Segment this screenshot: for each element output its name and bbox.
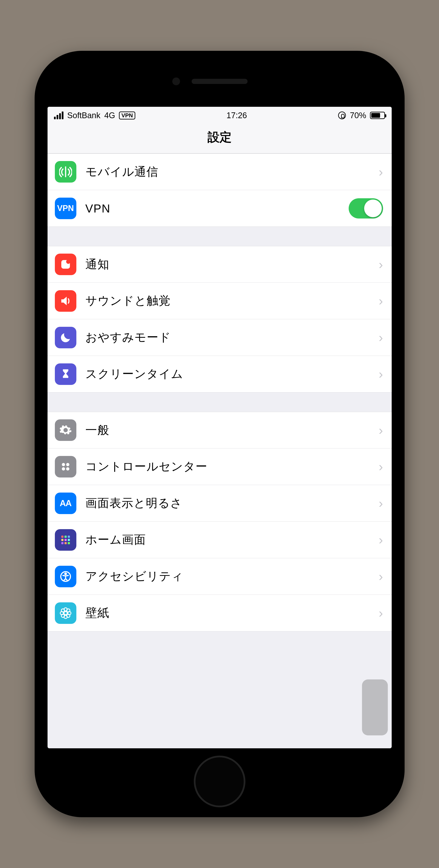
svg-rect-6 [61,536,63,538]
vpn-icon: VPN [55,197,76,219]
row-cellular-label: モバイル通信 [86,164,379,180]
chevron-right-icon: › [379,330,383,345]
gear-icon [55,420,76,441]
page-title: 設定 [47,124,392,154]
svg-rect-14 [68,542,70,544]
row-notifications[interactable]: 通知 › [47,246,392,283]
settings-scroll[interactable]: モバイル通信 › VPN VPN 通知 › [47,154,392,748]
svg-point-1 [66,259,70,264]
carrier-label: SoftBank [67,111,100,120]
svg-point-3 [66,467,69,470]
row-general-label: 一般 [86,423,379,438]
row-cellular[interactable]: モバイル通信 › [47,154,392,190]
chevron-right-icon: › [379,423,383,438]
control-center-icon [55,456,76,477]
row-control-center[interactable]: コントロールセンター › [47,448,392,485]
scroll-indicator[interactable] [362,679,388,735]
settings-group-alerts: 通知 › サウンドと触覚 › おやすみモード › [47,246,392,393]
wallpaper-icon [55,602,76,624]
row-sounds[interactable]: サウンドと触覚 › [47,283,392,319]
chevron-right-icon: › [379,459,383,474]
svg-rect-12 [61,542,63,544]
svg-rect-8 [68,536,70,538]
svg-rect-4 [66,463,69,466]
row-vpn-label: VPN [86,202,349,215]
row-display-label: 画面表示と明るさ [86,495,379,511]
chevron-right-icon: › [379,569,383,584]
row-wallpaper[interactable]: 壁紙 › [47,595,392,631]
svg-rect-13 [65,542,67,544]
row-vpn[interactable]: VPN VPN [47,190,392,227]
phone-front-camera [172,78,180,85]
signal-strength-icon [54,112,63,119]
chevron-right-icon: › [379,164,383,179]
vpn-toggle[interactable] [349,198,383,218]
svg-rect-5 [62,467,65,470]
chevron-right-icon: › [379,532,383,547]
chevron-right-icon: › [379,367,383,381]
row-accessibility-label: アクセシビリティ [86,568,379,584]
row-controlcenter-label: コントロールセンター [86,459,379,474]
row-sounds-label: サウンドと触覚 [86,293,379,309]
svg-rect-7 [65,536,67,538]
chevron-right-icon: › [379,293,383,308]
screen: SoftBank 4G VPN 17:26 70% 設定 モバイル通信 [47,107,392,748]
moon-icon [55,327,76,348]
notifications-icon [55,254,76,275]
cellular-icon [55,161,76,183]
settings-group-system: 一般 › コントロールセンター › AA 画面表示と明るさ › [47,412,392,631]
row-wallpaper-label: 壁紙 [86,605,379,621]
row-screentime-label: スクリーンタイム [86,366,379,382]
settings-group-connectivity: モバイル通信 › VPN VPN [47,154,392,227]
row-do-not-disturb[interactable]: おやすみモード › [47,319,392,356]
chevron-right-icon: › [379,606,383,620]
chevron-right-icon: › [379,257,383,272]
chevron-right-icon: › [379,496,383,510]
rotation-lock-icon [338,112,346,119]
phone-frame: SoftBank 4G VPN 17:26 70% 設定 モバイル通信 [35,51,405,817]
svg-rect-9 [61,539,63,541]
row-display[interactable]: AA 画面表示と明るさ › [47,485,392,522]
row-accessibility[interactable]: アクセシビリティ › [47,558,392,595]
hourglass-icon [55,363,76,385]
svg-point-2 [62,463,65,466]
svg-rect-10 [65,539,67,541]
svg-point-16 [65,573,66,575]
row-notifications-label: 通知 [86,257,379,272]
row-dnd-label: おやすみモード [86,330,379,345]
display-icon: AA [55,493,76,514]
status-bar: SoftBank 4G VPN 17:26 70% [47,107,392,124]
battery-icon [370,112,385,119]
vpn-status-badge: VPN [119,112,135,120]
phone-home-button[interactable] [194,755,245,807]
battery-percent-label: 70% [350,111,366,120]
sounds-icon [55,290,76,312]
row-general[interactable]: 一般 › [47,412,392,448]
svg-rect-11 [68,539,70,541]
accessibility-icon [55,566,76,587]
network-type-label: 4G [104,111,115,120]
phone-speaker [192,79,247,84]
clock-label: 17:26 [227,111,247,120]
row-home-screen[interactable]: ホーム画面 › [47,522,392,558]
row-homescreen-label: ホーム画面 [86,532,379,548]
svg-point-17 [64,611,67,615]
row-screen-time[interactable]: スクリーンタイム › [47,356,392,393]
home-grid-icon [55,529,76,551]
